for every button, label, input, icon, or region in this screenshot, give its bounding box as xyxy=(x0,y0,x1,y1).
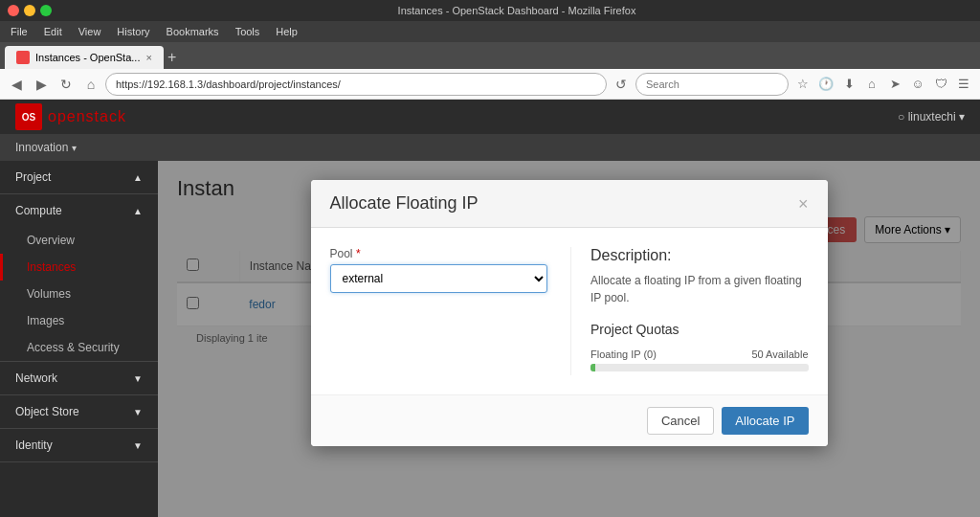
floating-ip-quota-label: Floating IP (0) 50 Available xyxy=(590,348,809,360)
compute-header[interactable]: Compute ▲ xyxy=(0,194,158,227)
project-header[interactable]: Project ▲ xyxy=(0,161,158,193)
home-button[interactable]: ⌂ xyxy=(80,74,101,95)
download-icon[interactable]: ⬇ xyxy=(838,74,859,95)
tabbar: Instances - OpenSta... × + xyxy=(0,42,980,69)
cancel-button[interactable]: Cancel xyxy=(647,407,714,435)
address-bar: ◀ ▶ ↻ ⌂ ↺ ☆ 🕐 ⬇ ⌂ ➤ ☺ 🛡 ☰ xyxy=(0,69,980,100)
url-input[interactable] xyxy=(105,73,607,96)
menu-tools[interactable]: Tools xyxy=(230,24,266,39)
address-bar-icons: ☆ 🕐 ⬇ ⌂ ➤ ☺ 🛡 ☰ xyxy=(792,74,974,95)
shield-icon[interactable]: 🛡 xyxy=(930,74,951,95)
objectstore-section: Object Store ▼ xyxy=(0,395,158,429)
modal-body: Pool * external Description: Allocate a … xyxy=(311,228,828,394)
menu-help[interactable]: Help xyxy=(270,24,303,39)
pool-form-group: Pool * external xyxy=(330,247,548,293)
forward-button[interactable]: ▶ xyxy=(31,74,52,95)
modal-right-panel: Description: Allocate a floating IP from… xyxy=(570,247,809,375)
username-link[interactable]: ○ linuxtechi ▾ xyxy=(898,110,965,124)
quotas-title: Project Quotas xyxy=(590,322,809,337)
search-input[interactable] xyxy=(635,73,789,96)
menu-view[interactable]: View xyxy=(73,24,107,39)
menubar: File Edit View History Bookmarks Tools H… xyxy=(0,21,980,42)
pool-label: Pool * xyxy=(330,247,548,260)
allocate-ip-button[interactable]: Allocate IP xyxy=(722,407,808,435)
refresh-button[interactable]: ↺ xyxy=(611,74,632,95)
close-button[interactable] xyxy=(8,5,19,16)
sidebar-item-volumes[interactable]: Volumes xyxy=(0,281,158,307)
project-section: Project ▲ xyxy=(0,161,158,194)
menu-bookmarks[interactable]: Bookmarks xyxy=(161,24,225,39)
sidebar-item-images[interactable]: Images xyxy=(0,307,158,334)
description-text: Allocate a floating IP from a given floa… xyxy=(590,272,809,306)
sidebar: Project ▲ Compute ▲ Overview Instances V… xyxy=(0,161,158,517)
home-nav-icon[interactable]: ⌂ xyxy=(861,74,882,95)
smiley-icon[interactable]: ☺ xyxy=(907,74,928,95)
sidebar-item-access-security[interactable]: Access & Security xyxy=(0,334,158,361)
main-layout: Project ▲ Compute ▲ Overview Instances V… xyxy=(0,161,980,517)
compute-section: Compute ▲ Overview Instances Volumes Ima… xyxy=(0,194,158,362)
modal-left-panel: Pool * external xyxy=(330,247,548,375)
share-icon[interactable]: ➤ xyxy=(884,74,905,95)
identity-header[interactable]: Identity ▼ xyxy=(0,429,158,461)
modal-overlay[interactable]: Allocate Floating IP × Pool * external xyxy=(158,161,980,517)
bookmark-icon[interactable]: ☆ xyxy=(792,74,813,95)
allocate-floating-ip-modal: Allocate Floating IP × Pool * external xyxy=(311,180,828,446)
openstack-logo: OS openstack xyxy=(15,103,126,130)
tab-close-button[interactable]: × xyxy=(145,52,151,63)
menu-history[interactable]: History xyxy=(111,24,155,39)
maximize-button[interactable] xyxy=(40,5,52,16)
floating-ip-quota-bar-fill xyxy=(590,364,595,371)
sidebar-item-instances[interactable]: Instances xyxy=(0,254,158,281)
project-chevron: ▲ xyxy=(133,172,143,183)
menu-icon[interactable]: ☰ xyxy=(953,74,974,95)
modal-title: Allocate Floating IP xyxy=(330,193,479,214)
new-tab-button[interactable]: + xyxy=(167,50,176,69)
objectstore-chevron: ▼ xyxy=(133,407,143,417)
openstack-logo-text: openstack xyxy=(48,108,126,125)
reload-button[interactable]: ↻ xyxy=(56,74,77,95)
network-header[interactable]: Network ▼ xyxy=(0,362,158,394)
window-controls[interactable] xyxy=(8,5,52,16)
compute-chevron: ▲ xyxy=(133,206,143,216)
back-button[interactable]: ◀ xyxy=(6,74,27,95)
sidebar-item-overview[interactable]: Overview xyxy=(0,227,158,254)
network-section: Network ▼ xyxy=(0,362,158,395)
main-content: Instan ✕ Terminate Instances More Action… xyxy=(158,161,980,517)
titlebar: Instances - OpenStack Dashboard - Mozill… xyxy=(0,0,980,21)
identity-section: Identity ▼ xyxy=(0,429,158,462)
modal-footer: Cancel Allocate IP xyxy=(311,394,828,446)
minimize-button[interactable] xyxy=(24,5,35,16)
pool-select[interactable]: external xyxy=(330,264,548,293)
description-title: Description: xyxy=(590,247,809,264)
history-icon[interactable]: 🕐 xyxy=(815,74,836,95)
menu-edit[interactable]: Edit xyxy=(38,24,68,39)
browser-tab[interactable]: Instances - OpenSta... × xyxy=(5,46,164,69)
floating-ip-quota-bar-bg xyxy=(590,364,809,371)
identity-chevron: ▼ xyxy=(133,440,143,451)
openstack-logo-icon: OS xyxy=(15,103,42,130)
innovation-dropdown[interactable]: Innovation ▾ xyxy=(15,141,77,154)
menu-file[interactable]: File xyxy=(5,24,33,39)
chevron-down-icon: ▾ xyxy=(72,143,77,153)
window-title: Instances - OpenStack Dashboard - Mozill… xyxy=(61,5,972,16)
tab-favicon xyxy=(16,51,30,64)
network-chevron: ▼ xyxy=(133,373,143,384)
user-menu[interactable]: ○ linuxtechi ▾ xyxy=(898,110,965,124)
innovation-menu-bar: Innovation ▾ xyxy=(0,134,980,161)
modal-close-button[interactable]: × xyxy=(798,195,809,213)
tab-label: Instances - OpenSta... xyxy=(35,52,140,63)
objectstore-header[interactable]: Object Store ▼ xyxy=(0,395,158,428)
openstack-header: OS openstack ○ linuxtechi ▾ xyxy=(0,100,980,134)
modal-header: Allocate Floating IP × xyxy=(311,180,828,228)
